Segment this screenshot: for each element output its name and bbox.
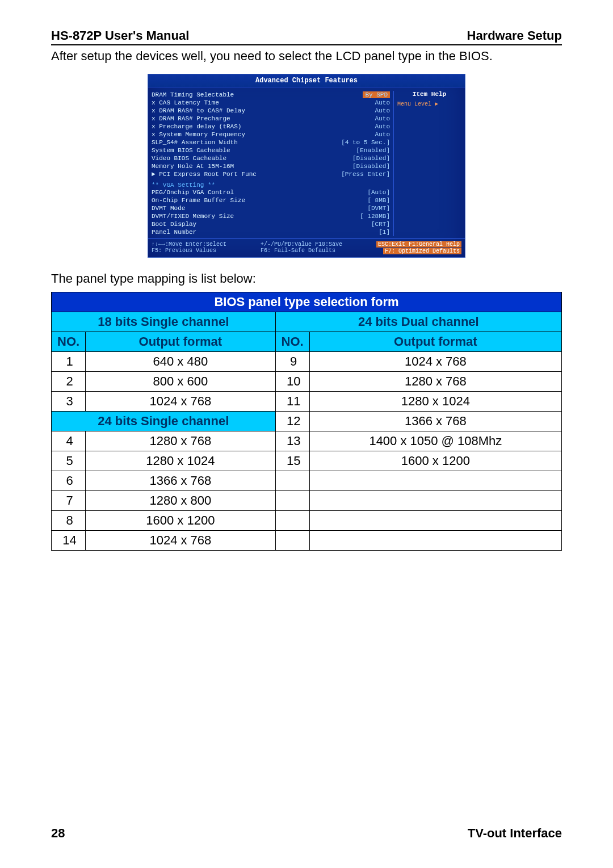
bios-setting-row: ► PCI Express Root Port Func[Press Enter… <box>152 170 390 178</box>
page-header: HS-872P User's Manual Hardware Setup <box>51 28 562 45</box>
bios-settings-column: DRAM Timing SelectableBy SPDx CAS Latenc… <box>152 91 393 236</box>
cell-fmt: 1024 x 768 <box>86 531 275 551</box>
table-row: 51280 x 1024151600 x 1200 <box>52 451 562 471</box>
cell-no: 15 <box>275 451 309 471</box>
col-fmt-right: Output format <box>309 332 561 352</box>
bios-screen: Advanced Chipset Features DRAM Timing Se… <box>148 74 465 258</box>
header-18bit-single: 18 bits Single channel <box>52 312 276 332</box>
panel-table: BIOS panel type selection form 18 bits S… <box>51 292 562 551</box>
col-no-right: NO. <box>275 332 309 352</box>
cell-fmt: 1280 x 800 <box>86 491 275 511</box>
table-row: 1640 x 48091024 x 768 <box>52 352 562 372</box>
cell-fmt: 1280 x 768 <box>309 372 561 392</box>
bios-setting-row: PEG/Onchip VGA Control[Auto] <box>152 188 390 196</box>
cell-no: 9 <box>275 352 309 372</box>
bios-setting-row: x DRAM RAS# PrechargeAuto <box>152 115 390 123</box>
table-row: 71280 x 800 <box>52 491 562 511</box>
bios-footer-failsafe: F6: Fail-Safe Defaults <box>261 248 342 254</box>
bios-title: Advanced Chipset Features <box>148 74 465 87</box>
bios-setting-row: Memory Hole At 15M-16M[Disabled] <box>152 162 390 170</box>
bios-help-sub: Menu Level ► <box>397 101 461 107</box>
cell-fmt <box>309 491 561 511</box>
page-number: 28 <box>51 826 65 841</box>
table-row: 141024 x 768 <box>52 531 562 551</box>
bios-setting-row: x Precharge delay (tRAS)Auto <box>152 123 390 131</box>
cell-fmt: 1600 x 1200 <box>86 511 275 531</box>
header-24bit-single: 24 bits Single channel <box>52 412 276 431</box>
cell-no: 11 <box>275 392 309 412</box>
bios-help-title: Item Help <box>397 91 461 98</box>
bios-setting-row: Video BIOS Cacheable[Disabled] <box>152 154 390 162</box>
table-row: 41280 x 768131400 x 1050 @ 108Mhz <box>52 431 562 451</box>
bios-setting-row: Boot Display[CRT] <box>152 220 390 228</box>
cell-fmt <box>309 511 561 531</box>
page-footer: 28 TV-out Interface <box>51 826 562 841</box>
cell-no <box>275 511 309 531</box>
bios-setting-row: On-Chip Frame Buffer Size[ 8MB] <box>152 196 390 204</box>
cell-fmt: 1024 x 768 <box>309 352 561 372</box>
cell-no: 5 <box>52 451 86 471</box>
header-24bit-dual: 24 bits Dual channel <box>275 312 561 332</box>
cell-no: 2 <box>52 372 86 392</box>
cell-no: 7 <box>52 491 86 511</box>
cell-fmt: 1400 x 1050 @ 108Mhz <box>309 431 561 451</box>
bios-setting-row: DVMT Mode[DVMT] <box>152 204 390 212</box>
bios-screenshot: Advanced Chipset Features DRAM Timing Se… <box>51 74 562 258</box>
table-row: 2800 x 600101280 x 768 <box>52 372 562 392</box>
cell-fmt: 800 x 600 <box>86 372 275 392</box>
bios-setting-row: DRAM Timing SelectableBy SPD <box>152 91 390 99</box>
cell-fmt: 1024 x 768 <box>86 392 275 412</box>
cell-fmt: 1600 x 1200 <box>309 451 561 471</box>
col-no-left: NO. <box>52 332 86 352</box>
table-row: 81600 x 1200 <box>52 511 562 531</box>
cell-fmt: 640 x 480 <box>86 352 275 372</box>
bios-footer-move: ↑↓←→:Move Enter:Select <box>152 241 226 248</box>
bios-setting-row: DVMT/FIXED Memory Size[ 128MB] <box>152 212 390 220</box>
cell-fmt: 1280 x 1024 <box>309 392 561 412</box>
cell-no: 4 <box>52 431 86 451</box>
bios-footer-prev: F5: Previous Values <box>152 248 226 254</box>
bios-setting-row: x System Memory FrequencyAuto <box>152 131 390 139</box>
cell-fmt: 1366 x 768 <box>86 471 275 491</box>
bios-vga-heading: ** VGA Setting ** <box>152 182 390 188</box>
cell-no: 13 <box>275 431 309 451</box>
cell-no <box>275 491 309 511</box>
cell-no: 12 <box>275 412 309 431</box>
cell-fmt: 1280 x 1024 <box>86 451 275 471</box>
footer-section: TV-out Interface <box>468 826 562 841</box>
intro-text: After setup the devices well, you need t… <box>51 49 562 64</box>
bios-setting-row: Panel Number[1] <box>152 228 390 236</box>
table-row: 24 bits Single channel121366 x 768 <box>52 412 562 431</box>
bios-setting-row: x DRAM RAS# to CAS# DelayAuto <box>152 107 390 115</box>
cell-no <box>275 531 309 551</box>
cell-no: 1 <box>52 352 86 372</box>
header-right: Hardware Setup <box>467 28 562 43</box>
cell-no: 6 <box>52 471 86 491</box>
bios-footer: ↑↓←→:Move Enter:Select F5: Previous Valu… <box>148 238 465 257</box>
table-caption: The panel type mapping is list below: <box>51 271 562 286</box>
col-fmt-left: Output format <box>86 332 275 352</box>
cell-fmt: 1280 x 768 <box>86 431 275 451</box>
cell-no: 10 <box>275 372 309 392</box>
cell-fmt <box>309 531 561 551</box>
table-row: 31024 x 768111280 x 1024 <box>52 392 562 412</box>
bios-help-panel: Item Help Menu Level ► <box>393 91 461 236</box>
cell-no <box>275 471 309 491</box>
cell-no: 8 <box>52 511 86 531</box>
bios-footer-value: +/-/PU/PD:Value F10:Save <box>261 241 342 248</box>
bios-setting-row: System BIOS Cacheable[Enabled] <box>152 146 390 154</box>
bios-setting-row: x CAS Latency TimeAuto <box>152 99 390 107</box>
bios-setting-row: SLP_S4# Assertion Width[4 to 5 Sec.] <box>152 139 390 146</box>
table-title: BIOS panel type selection form <box>52 292 562 312</box>
cell-no: 3 <box>52 392 86 412</box>
table-row: 61366 x 768 <box>52 471 562 491</box>
header-left: HS-872P User's Manual <box>51 28 189 43</box>
cell-fmt <box>309 471 561 491</box>
bios-footer-optimized: F7: Optimized Defaults <box>383 248 461 254</box>
cell-fmt: 1366 x 768 <box>309 412 561 431</box>
cell-no: 14 <box>52 531 86 551</box>
bios-footer-exit: ESC:Exit F1:General Help <box>376 241 461 248</box>
